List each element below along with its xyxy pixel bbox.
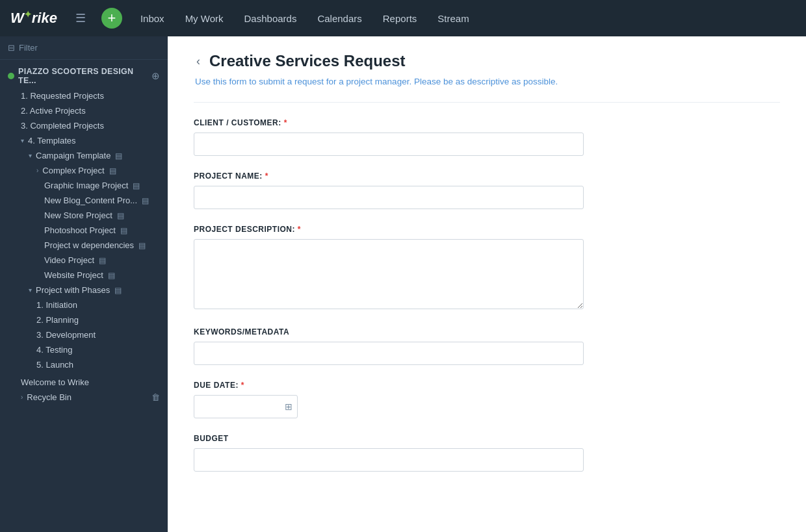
nav-calendars[interactable]: Calendars [309,8,369,29]
doc-icon: ▤ [114,286,122,295]
item-label: 2. Planning [36,315,79,325]
item-label: Photoshoot Project [44,225,116,235]
sidebar-item-launch[interactable]: 5. Launch [0,357,168,372]
chevron-down-icon: ▾ [21,137,24,144]
sidebar-group-header[interactable]: PIAZZO SCOOTERS DESIGN TE... ⊕ [0,64,168,88]
item-label: 5. Launch [36,360,73,370]
chevron-right-icon: › [21,394,23,401]
sidebar-item-development[interactable]: 3. Development [0,327,168,342]
item-label: Welcome to Wrike [21,377,89,387]
form-subtitle: Use this form to submit a request for a … [194,77,780,86]
add-group-icon[interactable]: ⊕ [151,70,160,82]
required-indicator: * [265,171,268,181]
page-title: Creative Services Request [209,52,406,70]
group-label: PIAZZO SCOOTERS DESIGN TE... [18,67,148,85]
field-label-due-date: DUE DATE: * [194,381,780,390]
required-indicator: * [241,381,244,390]
sidebar-item-photoshoot[interactable]: Photoshoot Project ▤ [0,223,168,238]
sidebar: ⊟ PIAZZO SCOOTERS DESIGN TE... ⊕ 1. Requ… [0,36,168,532]
project-name-input[interactable] [194,186,584,209]
doc-icon: ▤ [115,151,122,160]
field-label-budget: BUDGET [194,434,780,443]
sidebar-item-templates[interactable]: ▾ 4. Templates [0,133,168,148]
sidebar-item-graphic-image[interactable]: Graphic Image Project ▤ [0,178,168,193]
logo: W✦rike [10,9,57,27]
back-button[interactable]: ‹ [194,55,203,68]
sidebar-item-completed-projects[interactable]: 3. Completed Projects [0,118,168,133]
item-label: 4. Templates [28,136,75,146]
nav-reports[interactable]: Reports [375,8,425,29]
sidebar-item-testing[interactable]: 4. Testing [0,342,168,357]
sidebar-item-recycle-bin[interactable]: › Recycle Bin 🗑 [0,390,168,405]
sidebar-item-welcome[interactable]: Welcome to Wrike [0,375,168,390]
sidebar-item-campaign-template[interactable]: ▾ Campaign Template ▤ [0,148,168,163]
sidebar-item-new-blog[interactable]: New Blog_Content Pro... ▤ [0,193,168,208]
sidebar-item-complex-project[interactable]: › Complex Project ▤ [0,163,168,178]
content-header: ‹ Creative Services Request [194,52,780,70]
sidebar-item-planning[interactable]: 2. Planning [0,312,168,327]
doc-icon: ▤ [138,241,146,250]
chevron-down-icon: ▾ [29,286,32,294]
item-label: 1. Requested Projects [21,91,104,101]
description-textarea[interactable] [194,239,584,309]
chevron-down-icon: ▾ [29,152,32,159]
calendar-icon[interactable]: ⊞ [285,401,292,412]
item-label: Video Project [44,255,94,265]
required-indicator: * [284,118,287,127]
item-label: New Store Project [44,210,112,220]
filter-icon: ⊟ [8,43,15,53]
item-label: Recycle Bin [27,392,72,402]
field-label-description: PROJECT DESCRIPTION: * [194,225,780,234]
item-label: 4. Testing [36,345,72,355]
keywords-input[interactable] [194,342,584,365]
due-date-input[interactable] [194,395,298,418]
item-label: 2. Active Projects [21,106,86,116]
nav-inbox[interactable]: Inbox [133,8,172,29]
form-field-project-name: PROJECT NAME: * [194,171,780,209]
form-field-description: PROJECT DESCRIPTION: * [194,225,780,312]
sidebar-section-main: PIAZZO SCOOTERS DESIGN TE... ⊕ 1. Reques… [0,60,168,409]
sidebar-item-initiation[interactable]: 1. Initiation [0,298,168,312]
doc-icon: ▤ [108,271,115,280]
main-content: ‹ Creative Services Request Use this for… [168,36,806,532]
filter-input[interactable] [19,43,160,53]
field-label-client: CLIENT / CUSTOMER: * [194,118,780,127]
item-label: Website Project [44,270,103,280]
form-field-budget: BUDGET [194,434,780,472]
nav-my-work[interactable]: My Work [177,8,231,29]
budget-input[interactable] [194,448,584,472]
client-input[interactable] [194,133,584,156]
item-label: Project with Phases [36,285,110,295]
add-button[interactable]: + [101,8,122,29]
filter-row: ⊟ [0,36,168,60]
sidebar-item-video-project[interactable]: Video Project ▤ [0,253,168,268]
divider [194,102,780,103]
date-input-wrapper: ⊞ [194,395,298,418]
status-dot [8,73,14,79]
doc-icon: ▤ [99,256,106,265]
trash-icon[interactable]: 🗑 [151,392,160,402]
sidebar-item-project-phases[interactable]: ▾ Project with Phases ▤ [0,283,168,298]
sidebar-item-website-project[interactable]: Website Project ▤ [0,268,168,283]
item-label: 1. Initiation [36,300,77,310]
required-indicator: * [298,225,301,234]
doc-icon: ▤ [120,226,127,235]
form-field-client: CLIENT / CUSTOMER: * [194,118,780,156]
sidebar-item-project-dependencies[interactable]: Project w dependencies ▤ [0,238,168,253]
item-label: Project w dependencies [44,240,134,250]
nav-stream[interactable]: Stream [430,8,476,29]
doc-icon: ▤ [133,181,140,190]
doc-icon: ▤ [109,166,116,175]
form-field-due-date: DUE DATE: * ⊞ [194,381,780,418]
doc-icon: ▤ [117,211,124,220]
hamburger-button[interactable]: ☰ [70,8,91,28]
sidebar-item-new-store[interactable]: New Store Project ▤ [0,208,168,223]
nav-dashboards[interactable]: Dashboards [237,8,305,29]
field-label-project-name: PROJECT NAME: * [194,171,780,181]
chevron-right-icon: › [36,167,38,174]
sidebar-item-active-projects[interactable]: 2. Active Projects [0,103,168,118]
sidebar-item-requested-projects[interactable]: 1. Requested Projects [0,88,168,103]
item-label: 3. Development [36,330,96,340]
top-nav: W✦rike ☰ + Inbox My Work Dashboards Cale… [0,0,806,36]
item-label: Campaign Template [36,151,110,160]
